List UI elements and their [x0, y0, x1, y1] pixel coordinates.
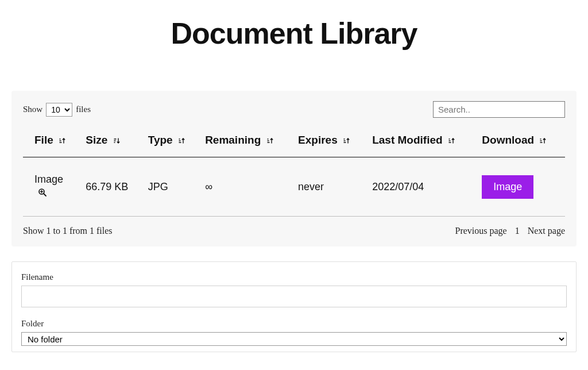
- file-cell: Image: [34, 174, 74, 200]
- sort-desc-icon: [113, 137, 121, 145]
- files-table: File Size Type Remaining: [23, 125, 565, 217]
- controls-row: Show 10 files: [11, 101, 577, 125]
- col-last-modified-label: Last Modified: [372, 134, 442, 146]
- page-title: Document Library: [0, 16, 588, 51]
- col-file[interactable]: File: [23, 125, 80, 157]
- sort-icon: [539, 137, 547, 145]
- col-download[interactable]: Download: [476, 125, 565, 157]
- col-file-label: File: [34, 134, 53, 146]
- search-box: [433, 101, 565, 118]
- col-remaining-label: Remaining: [205, 134, 261, 146]
- cell-size: 66.79 KB: [80, 157, 142, 217]
- col-last-modified[interactable]: Last Modified: [366, 125, 476, 157]
- sort-icon: [266, 137, 274, 145]
- sort-icon: [343, 137, 351, 145]
- download-button[interactable]: Image: [482, 175, 533, 199]
- sort-icon: [59, 137, 67, 145]
- col-type-label: Type: [148, 134, 173, 146]
- files-label: files: [76, 105, 91, 114]
- col-expires-label: Expires: [298, 134, 338, 146]
- page-number: 1: [515, 226, 520, 236]
- folder-select[interactable]: No folder: [21, 332, 567, 346]
- search-input[interactable]: [433, 101, 565, 118]
- col-remaining[interactable]: Remaining: [199, 125, 292, 157]
- show-files-control: Show 10 files: [23, 103, 91, 117]
- prev-page-link[interactable]: Previous page: [455, 226, 506, 236]
- svg-line-1: [44, 194, 46, 196]
- zoom-icon[interactable]: [34, 188, 74, 200]
- show-label: Show: [23, 105, 42, 114]
- folder-label: Folder: [21, 319, 567, 329]
- cell-expires: never: [292, 157, 366, 217]
- col-type[interactable]: Type: [142, 125, 199, 157]
- col-size[interactable]: Size: [80, 125, 142, 157]
- cell-remaining: ∞: [199, 157, 292, 217]
- sort-icon: [178, 137, 186, 145]
- cell-last-modified: 2022/07/04: [366, 157, 476, 217]
- next-page-link[interactable]: Next page: [528, 226, 565, 236]
- sort-icon: [448, 137, 456, 145]
- col-size-label: Size: [86, 134, 107, 146]
- table-row: Image 66.79 KB J: [23, 157, 565, 217]
- upload-form-panel: Filename Folder No folder: [11, 261, 577, 352]
- cell-type: JPG: [142, 157, 199, 217]
- table-footer: Show 1 to 1 from 1 files Previous page 1…: [11, 217, 577, 236]
- filename-label: Filename: [21, 272, 567, 282]
- page-size-select[interactable]: 10: [46, 103, 72, 117]
- pager: Previous page 1 Next page: [455, 226, 565, 236]
- library-panel: Show 10 files File Size: [11, 91, 577, 246]
- col-download-label: Download: [482, 134, 534, 146]
- summary-text: Show 1 to 1 from 1 files: [23, 226, 113, 236]
- file-name: Image: [34, 174, 74, 186]
- col-expires[interactable]: Expires: [292, 125, 366, 157]
- filename-input[interactable]: [21, 286, 567, 307]
